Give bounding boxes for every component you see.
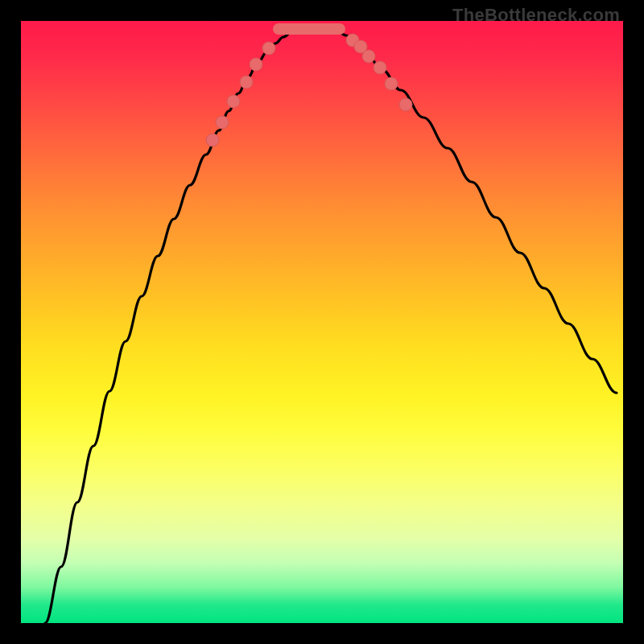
- outer-frame: TheBottleneck.com: [0, 0, 644, 644]
- watermark-text: TheBottleneck.com: [452, 5, 620, 26]
- marker-dots: [206, 34, 412, 147]
- svg-point-4: [250, 58, 262, 71]
- plot-area: [21, 21, 623, 623]
- chart-svg: [21, 21, 623, 623]
- svg-point-5: [262, 42, 275, 55]
- svg-point-9: [374, 61, 386, 74]
- bottleneck-curve: [45, 29, 617, 623]
- svg-point-10: [385, 77, 398, 90]
- svg-point-8: [362, 50, 375, 63]
- svg-point-1: [216, 116, 229, 129]
- svg-point-11: [399, 98, 412, 111]
- svg-point-0: [206, 134, 219, 147]
- svg-point-2: [227, 95, 240, 108]
- svg-point-3: [240, 76, 253, 89]
